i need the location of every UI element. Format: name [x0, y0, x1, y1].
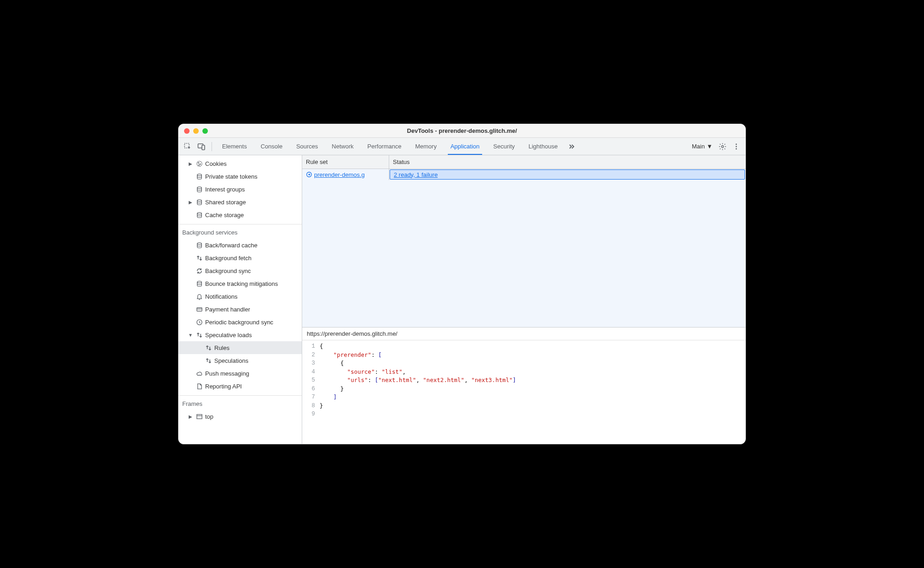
sidebar-item-label: Bounce tracking mitigations [205, 280, 278, 287]
settings-icon[interactable] [716, 140, 729, 153]
sidebar-item-rules[interactable]: ▶ Rules [179, 341, 302, 354]
minimize-button[interactable] [193, 128, 199, 134]
svg-rect-17 [196, 307, 201, 311]
section-header-background: Background services [179, 224, 302, 239]
cloud-icon [196, 370, 203, 377]
transfer-icon [196, 254, 203, 262]
transfer-icon [196, 331, 203, 339]
sidebar-item-shared-storage[interactable]: ▶ Shared storage [179, 196, 302, 208]
json-string: "next.html" [378, 377, 416, 383]
sidebar-item-label: Background sync [205, 268, 251, 274]
svg-point-15 [197, 242, 201, 244]
maximize-button[interactable] [202, 128, 208, 134]
sidebar-item-label: Rules [214, 344, 229, 351]
svg-point-3 [722, 145, 724, 147]
document-icon [196, 382, 203, 390]
inspect-icon[interactable] [181, 140, 194, 153]
sidebar-item-periodic-bg-sync[interactable]: ▶ Periodic background sync [179, 316, 302, 328]
titlebar: DevTools - prerender-demos.glitch.me/ [179, 124, 745, 138]
sidebar-item-label: Shared storage [205, 199, 246, 206]
sidebar-item-payment-handler[interactable]: ▶ Payment handler [179, 303, 302, 316]
rule-set-link-text: prerender-demos.g [314, 171, 365, 178]
rule-set-link[interactable]: prerender-demos.g [306, 171, 365, 178]
sidebar-item-label: Private state tokens [205, 173, 257, 180]
grid-body: prerender-demos.g 2 ready, 1 failure [302, 169, 745, 327]
svg-point-7 [196, 161, 201, 166]
sidebar-item-background-sync[interactable]: ▶ Background sync [179, 264, 302, 277]
svg-point-14 [197, 212, 201, 214]
sync-icon [196, 267, 203, 274]
frame-selector[interactable]: Main ▼ [689, 143, 715, 150]
tab-console[interactable]: Console [254, 138, 289, 155]
cookie-icon [196, 160, 203, 167]
device-toggle-icon[interactable] [195, 140, 208, 153]
chevron-right-icon: ▶ [188, 414, 193, 419]
sidebar-item-reporting-api[interactable]: ▶ Reporting API [179, 380, 302, 393]
sidebar-item-cookies[interactable]: ▶ Cookies [179, 157, 302, 170]
code-content[interactable]: { "prerender": [ { "source": "list", "ur… [320, 342, 516, 444]
more-tabs-icon[interactable] [565, 140, 578, 153]
sidebar-item-label: Background fetch [205, 255, 251, 262]
sidebar-item-notifications[interactable]: ▶ Notifications [179, 290, 302, 303]
json-string: "list" [382, 368, 402, 375]
transfer-icon [205, 357, 212, 364]
json-key: "prerender" [333, 351, 371, 358]
sidebar-item-label: Payment handler [205, 306, 250, 313]
transfer-icon [205, 344, 212, 351]
json-key: "urls" [347, 377, 368, 383]
column-status[interactable]: Status [389, 155, 745, 169]
sidebar-item-label: Back/forward cache [205, 242, 257, 249]
frame-icon [196, 413, 203, 420]
grid-row[interactable]: prerender-demos.g 2 ready, 1 failure [302, 169, 745, 180]
sidebar-item-bounce-tracking[interactable]: ▶ Bounce tracking mitigations [179, 277, 302, 290]
sidebar-item-label: Speculations [214, 357, 248, 364]
devtools-window: DevTools - prerender-demos.glitch.me/ El… [178, 124, 746, 444]
sidebar-item-interest-groups[interactable]: ▶ Interest groups [179, 183, 302, 196]
svg-point-6 [736, 148, 737, 149]
tab-sources[interactable]: Sources [290, 138, 325, 155]
detail-url: https://prerender-demos.glitch.me/ [302, 328, 745, 340]
tab-memory[interactable]: Memory [409, 138, 443, 155]
json-string: "next3.html" [471, 377, 512, 383]
sidebar-item-label: Notifications [205, 293, 238, 300]
sidebar-item-back-forward-cache[interactable]: ▶ Back/forward cache [179, 239, 302, 251]
svg-point-13 [197, 199, 201, 201]
svg-rect-2 [202, 145, 205, 150]
sidebar-item-speculative-loads[interactable]: ▼ Speculative loads [179, 328, 302, 341]
status-link[interactable]: 2 ready, 1 failure [394, 171, 438, 178]
database-icon [196, 211, 203, 218]
database-icon [196, 186, 203, 193]
sidebar-item-label: Cookies [205, 160, 227, 167]
tab-security[interactable]: Security [487, 138, 521, 155]
close-button[interactable] [184, 128, 190, 134]
svg-point-11 [197, 174, 201, 175]
tab-application[interactable]: Application [444, 138, 486, 155]
svg-point-9 [200, 164, 201, 164]
tab-network[interactable]: Network [326, 138, 360, 155]
tab-lighthouse[interactable]: Lighthouse [522, 138, 564, 155]
sidebar-item-cache-storage[interactable]: ▶ Cache storage [179, 208, 302, 221]
sidebar-item-label: top [205, 413, 213, 420]
database-icon [196, 241, 203, 249]
sidebar-item-label: Reporting API [205, 383, 242, 390]
tab-elements[interactable]: Elements [216, 138, 253, 155]
toolbar: Elements Console Sources Network Perform… [179, 138, 745, 155]
sidebar-item-background-fetch[interactable]: ▶ Background fetch [179, 251, 302, 264]
sidebar-item-top-frame[interactable]: ▶ top [179, 410, 302, 423]
sidebar-item-speculations[interactable]: ▶ Speculations [179, 354, 302, 367]
cell-rule-set[interactable]: prerender-demos.g [302, 169, 389, 180]
column-rule-set[interactable]: Rule set [302, 155, 389, 169]
line-gutter: 123456789 [302, 342, 320, 444]
database-icon [196, 280, 203, 287]
grid-header: Rule set Status [302, 155, 745, 169]
tab-performance[interactable]: Performance [361, 138, 408, 155]
kebab-menu-icon[interactable] [730, 140, 743, 153]
chevron-right-icon: ▶ [188, 199, 193, 205]
cell-status[interactable]: 2 ready, 1 failure [390, 169, 745, 180]
main-panel: Rule set Status prerender-demos.g 2 read… [302, 155, 745, 444]
sidebar-item-push-messaging[interactable]: ▶ Push messaging [179, 367, 302, 380]
json-key: "source" [347, 368, 375, 375]
sidebar-item-private-state-tokens[interactable]: ▶ Private state tokens [179, 170, 302, 183]
frame-selector-label: Main [692, 143, 705, 150]
database-icon [196, 173, 203, 180]
